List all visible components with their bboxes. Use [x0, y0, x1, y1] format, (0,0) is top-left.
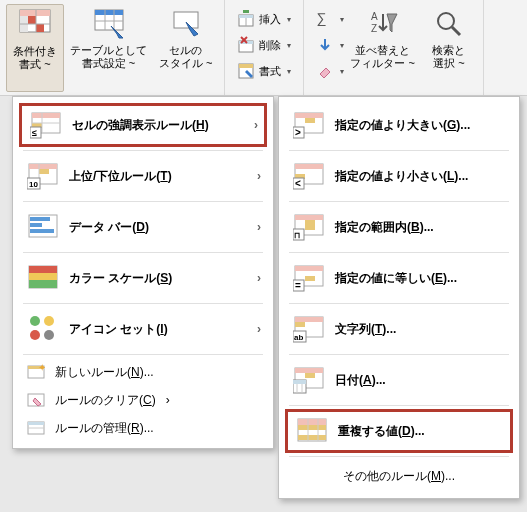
svg-rect-1 [20, 10, 50, 16]
color-scales-item[interactable]: カラー スケール(S) › [19, 256, 267, 300]
insert-icon [237, 10, 255, 28]
more-rules-item[interactable]: その他のルール(M)... [285, 460, 513, 492]
equal-to-item[interactable]: = 指定の値に等しい(E)... [285, 256, 513, 300]
menu-separator [23, 354, 263, 355]
svg-text:✦: ✦ [38, 363, 45, 373]
text-contains-icon: ab [293, 313, 325, 345]
format-button[interactable]: 書式▾ [233, 58, 295, 84]
less-than-item[interactable]: < 指定の値より小さい(L)... [285, 154, 513, 198]
format-label: 書式 [259, 64, 281, 79]
conditional-format-icon [19, 9, 51, 41]
duplicate-values-item[interactable]: 重複する値(D)... [285, 409, 513, 453]
svg-rect-86 [305, 373, 315, 378]
text-contains-label: 文字列(T)... [335, 321, 396, 338]
sort-filter-button[interactable]: AZ 並べ替えと フィルター ~ [344, 4, 420, 92]
format-as-table-button[interactable]: テーブルとして 書式設定 ~ [64, 4, 153, 92]
menu-separator [23, 303, 263, 304]
more-rules-label: その他のルール(M)... [343, 468, 455, 485]
svg-rect-28 [32, 113, 60, 118]
icon-sets-label: アイコン セット(I) [69, 321, 168, 338]
manage-rules-icon [27, 419, 45, 437]
svg-rect-45 [29, 266, 57, 273]
new-rule-label: 新しいルール(N)... [55, 364, 154, 381]
ribbon: 条件付き 書式 ~ テーブルとして 書式設定 ~ セルの スタイル ~ 挿入▾ … [0, 0, 527, 96]
top-bottom-rules-item[interactable]: 10 上位/下位ルール(T) › [19, 154, 267, 198]
ribbon-group-editing: ∑▾ ▾ ▾ AZ 並べ替えと フィルター ~ 検索と 選択 ~ [304, 0, 483, 95]
insert-button[interactable]: 挿入▾ [233, 6, 295, 32]
svg-rect-93 [298, 425, 326, 430]
format-as-table-label: テーブルとして 書式設定 ~ [70, 44, 147, 70]
conditional-format-label: 条件付き 書式 ~ [13, 45, 57, 71]
svg-rect-36 [39, 169, 49, 174]
between-item[interactable]: ⊓ 指定の範囲内(B)... [285, 205, 513, 249]
data-bars-icon [27, 211, 59, 243]
top-bottom-label: 上位/下位ルール(T) [69, 168, 172, 185]
date-occurring-item[interactable]: 日付(A)... [285, 358, 513, 402]
svg-text:ab: ab [294, 333, 303, 342]
svg-rect-75 [295, 266, 323, 271]
svg-point-49 [44, 316, 54, 326]
svg-rect-70 [295, 215, 323, 220]
svg-point-48 [30, 316, 40, 326]
delete-icon [237, 36, 255, 54]
sort-filter-label: 並べ替えと フィルター ~ [350, 44, 414, 70]
autosum-button[interactable]: ∑▾ [312, 6, 342, 32]
date-label: 日付(A)... [335, 372, 386, 389]
clear-button[interactable]: ▾ [312, 58, 342, 84]
top-bottom-icon: 10 [27, 160, 59, 192]
icon-sets-icon [27, 313, 59, 345]
svg-rect-46 [29, 273, 57, 280]
sigma-icon: ∑ [316, 10, 334, 28]
svg-point-51 [44, 330, 54, 340]
chevron-right-icon: › [257, 322, 261, 336]
menu-separator [289, 201, 509, 202]
conditional-format-button[interactable]: 条件付き 書式 ~ [6, 4, 64, 92]
svg-point-25 [438, 13, 454, 29]
new-rule-icon: ✦ [27, 363, 45, 381]
svg-rect-12 [174, 12, 198, 28]
fill-button[interactable]: ▾ [312, 32, 342, 58]
icon-sets-item[interactable]: アイコン セット(I) › [19, 307, 267, 351]
menu-separator [289, 150, 509, 151]
manage-rules-item[interactable]: ルールの管理(R)... [19, 414, 267, 442]
ribbon-group-cells: 挿入▾ 削除▾ 書式▾ [225, 0, 304, 95]
menu-separator [289, 405, 509, 406]
highlight-cell-rules-item[interactable]: ≤ セルの強調表示ルール(H) › [19, 103, 267, 147]
data-bars-item[interactable]: データ バー(D) › [19, 205, 267, 249]
svg-rect-60 [295, 113, 323, 118]
greater-than-item[interactable]: > 指定の値より大きい(G)... [285, 103, 513, 147]
cell-styles-button[interactable]: セルの スタイル ~ [153, 4, 218, 92]
find-select-icon [433, 8, 465, 40]
chevron-right-icon: › [166, 393, 170, 407]
svg-rect-43 [30, 229, 54, 233]
svg-text:=: = [295, 280, 301, 291]
eraser-icon [316, 62, 334, 80]
svg-rect-80 [295, 317, 323, 322]
svg-rect-41 [30, 217, 50, 221]
less-than-icon: < [293, 160, 325, 192]
svg-line-26 [452, 27, 460, 35]
svg-rect-65 [295, 164, 323, 169]
svg-rect-42 [30, 223, 42, 227]
text-contains-item[interactable]: ab 文字列(T)... [285, 307, 513, 351]
chevron-down-icon: ▾ [287, 67, 291, 76]
svg-rect-94 [298, 435, 326, 440]
highlight-rules-label: セルの強調表示ルール(H) [72, 117, 209, 134]
svg-text:10: 10 [29, 180, 38, 189]
chevron-right-icon: › [254, 118, 258, 132]
color-scales-label: カラー スケール(S) [69, 270, 172, 287]
svg-text:≤: ≤ [32, 128, 37, 138]
chevron-down-icon: ▾ [287, 15, 291, 24]
between-label: 指定の範囲内(B)... [335, 219, 434, 236]
menu-separator [23, 150, 263, 151]
find-select-button[interactable]: 検索と 選択 ~ [421, 4, 477, 92]
svg-text:Z: Z [371, 23, 377, 34]
svg-rect-76 [305, 276, 315, 281]
svg-rect-71 [305, 220, 315, 230]
svg-rect-85 [295, 368, 323, 373]
clear-rules-item[interactable]: ルールのクリア(C) › [19, 386, 267, 414]
delete-button[interactable]: 削除▾ [233, 32, 295, 58]
new-rule-item[interactable]: ✦ 新しいルール(N)... [19, 358, 267, 386]
svg-rect-4 [36, 24, 44, 32]
find-select-label: 検索と 選択 ~ [432, 44, 465, 70]
